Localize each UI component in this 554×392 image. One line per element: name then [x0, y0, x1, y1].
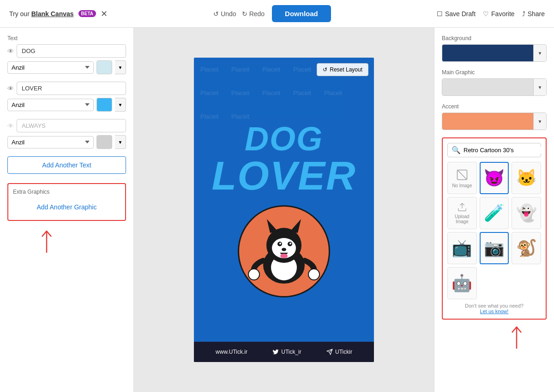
background-dropdown-arrow[interactable]: ▼ [533, 45, 546, 61]
beta-badge: BETA [78, 10, 96, 17]
color-btn-1[interactable] [96, 60, 112, 74]
text-input-3[interactable] [17, 119, 126, 132]
svg-point-16 [308, 269, 319, 280]
share-button[interactable]: ⤴ Share [522, 10, 545, 18]
accent-dropdown-arrow[interactable]: ▼ [533, 113, 546, 130]
search-input[interactable] [464, 147, 541, 154]
no-image-label: No Image [452, 183, 472, 188]
download-button[interactable]: Download [272, 5, 331, 22]
svg-marker-13 [267, 219, 278, 233]
graphic-emoji-8: 🤖 [452, 275, 472, 291]
upload-icon [457, 202, 467, 212]
close-button[interactable]: ✕ [101, 9, 108, 19]
svg-marker-14 [290, 219, 301, 233]
telegram-text: UTickir [326, 349, 352, 355]
accent-color-row: ▼ [442, 113, 547, 130]
font-select-1[interactable]: Anzil [7, 61, 94, 74]
graphic-item-3[interactable]: 🧪 [480, 197, 509, 229]
svg-point-9 [279, 243, 281, 244]
add-text-button[interactable]: Add Another Text [7, 156, 126, 174]
main-layout: Text 👁 Anzil ▼ 👁 Anzil ▼ 👁 [0, 28, 554, 392]
font-row-3: Anzil ▼ [7, 135, 126, 149]
favorite-button[interactable]: ♡ Favorite [483, 10, 515, 18]
visibility-icon-1[interactable]: 👁 [7, 48, 14, 55]
arrow-indicator-right [442, 323, 547, 351]
text-input-2[interactable] [17, 82, 126, 95]
redo-button[interactable]: ↻ Redo [242, 10, 265, 18]
main-graphic-swatch[interactable] [442, 79, 533, 95]
header-left: Try our Blank Canvas BETA ✕ [9, 9, 108, 19]
arrow-indicator-left [7, 227, 126, 255]
color-dropdown-1[interactable]: ▼ [115, 60, 126, 74]
graphic-emoji-2: 🐱 [516, 170, 537, 186]
graphic-emoji-7: 🐒 [516, 240, 537, 256]
no-image-item[interactable]: No Image [447, 162, 477, 194]
canvas-wrapper: Placeit Placeit Placeit Placeit Placeit … [194, 58, 374, 362]
no-image-icon [456, 168, 469, 181]
graphic-emoji-6: 📷 [484, 240, 505, 256]
search-icon: 🔍 [452, 146, 461, 154]
text-section-label: Text [7, 35, 126, 42]
graphic-emoji-4: 👻 [516, 205, 537, 221]
let-us-know-link[interactable]: Let us know! [447, 309, 541, 314]
share-icon: ⤴ [522, 10, 525, 18]
reset-layout-button[interactable]: ↺ Reset Layout [317, 63, 368, 76]
blank-canvas-link[interactable]: Try our Blank Canvas [9, 10, 74, 18]
color-btn-2[interactable] [96, 98, 112, 112]
graphic-emoji-1: 😈 [484, 170, 505, 186]
accent-section: Accent ▼ [442, 103, 547, 130]
no-results-text: Don't see what you need? [447, 303, 541, 309]
background-color-swatch[interactable] [442, 45, 533, 61]
text-input-1[interactable] [17, 44, 126, 58]
color-btn-3[interactable] [96, 135, 112, 149]
font-select-3[interactable]: Anzil [7, 136, 94, 148]
save-draft-button[interactable]: ☐ Save Draft [437, 10, 476, 18]
extra-graphics-label: Extra Graphics [13, 189, 120, 195]
graphic-item-5[interactable]: 📺 [447, 232, 477, 264]
color-dropdown-3[interactable]: ▼ [115, 135, 126, 149]
extra-graphics-section: Extra Graphics Add Another Graphic [7, 183, 126, 221]
canvas-content: DOG LOVER [194, 122, 374, 297]
svg-point-11 [282, 248, 286, 251]
character-area [194, 201, 374, 297]
undo-button[interactable]: ↺ Undo [213, 10, 236, 18]
svg-line-20 [457, 170, 467, 179]
text-row-3: 👁 [7, 119, 126, 132]
graphic-item-2[interactable]: 🐱 [512, 162, 541, 194]
graphic-item-1[interactable]: 😈 [480, 162, 509, 194]
header-center: ↺ Undo ↻ Redo Download [213, 5, 331, 22]
accent-color-swatch[interactable] [442, 113, 533, 130]
background-section: Background ▼ [442, 35, 547, 62]
graphic-search-panel: 🔍 No Image 😈 🐱 [442, 137, 547, 320]
heart-icon: ♡ [483, 10, 489, 18]
font-row-1: Anzil ▼ [7, 60, 126, 74]
lover-text: LOVER [194, 155, 374, 196]
text-row-1: 👁 [7, 44, 126, 58]
font-select-2[interactable]: Anzil [7, 99, 94, 111]
main-graphic-dropdown[interactable]: ▼ [533, 79, 546, 95]
arrow-up-icon [35, 227, 58, 255]
graphic-item-7[interactable]: 🐒 [512, 232, 541, 264]
character-svg [245, 212, 323, 291]
bottom-bar: www.UTick.ir UTick_ir UTickir [194, 342, 374, 362]
visibility-icon-3[interactable]: 👁 [7, 122, 14, 130]
right-panel: Background ▼ Main Graphic ▼ Accent ▼ [434, 28, 554, 392]
svg-point-15 [248, 269, 259, 280]
background-label: Background [442, 35, 547, 42]
graphic-item-6[interactable]: 📷 [480, 232, 509, 264]
color-dropdown-2[interactable]: ▼ [115, 98, 126, 112]
telegram-icon [326, 349, 333, 355]
character-circle [238, 205, 330, 297]
redo-icon: ↻ [242, 10, 247, 18]
font-row-2: Anzil ▼ [7, 98, 126, 112]
canvas-area: Placeit Placeit Placeit Placeit Placeit … [134, 28, 434, 392]
text-row-2: 👁 [7, 82, 126, 95]
design-canvas: Placeit Placeit Placeit Placeit Placeit … [194, 58, 374, 362]
search-row: 🔍 [447, 143, 541, 157]
add-graphic-button[interactable]: Add Another Graphic [13, 199, 120, 215]
graphic-item-8[interactable]: 🤖 [447, 267, 477, 299]
header-right: ☐ Save Draft ♡ Favorite ⤴ Share [437, 10, 545, 18]
visibility-icon-2[interactable]: 👁 [7, 85, 14, 92]
upload-image-item[interactable]: Upload Image [447, 197, 477, 229]
graphic-item-4[interactable]: 👻 [512, 197, 541, 229]
